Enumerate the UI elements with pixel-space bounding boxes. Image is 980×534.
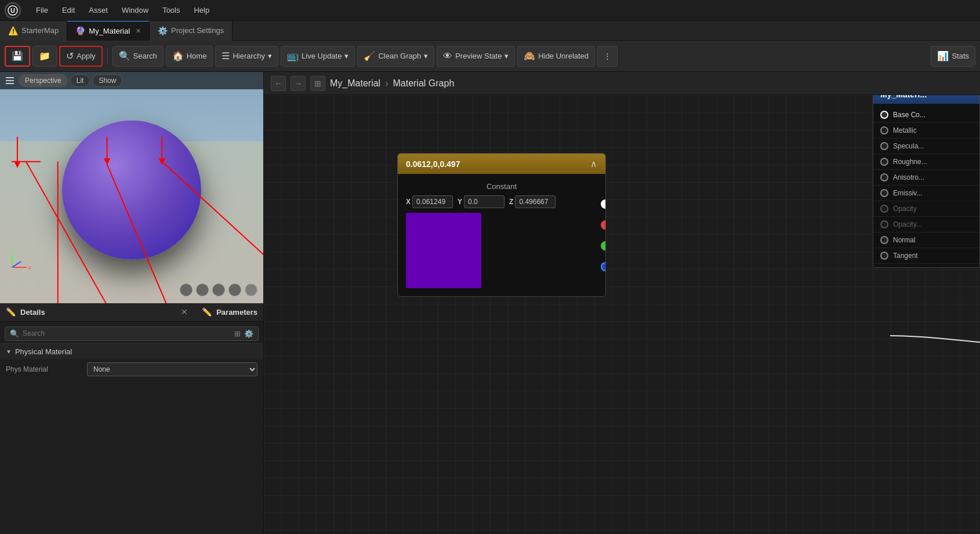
connector-green[interactable] (601, 241, 606, 250)
mat-input-opacity2: Opacity... (873, 217, 979, 233)
fit-view-button[interactable]: ⊞ (310, 76, 325, 91)
node-header[interactable]: 0.0612,0,0.497 ∧ (398, 154, 605, 174)
viewport-sphere-btn-3[interactable] (212, 284, 225, 296)
clean-graph-button[interactable]: 🧹 Clean Graph ▾ (357, 46, 434, 67)
hierarchy-label: Hierarchy (233, 52, 265, 60)
back-button[interactable]: ← (271, 76, 286, 91)
details-panel-header: ✏️ Details ✕ ✏️ Parameters (0, 303, 263, 322)
my-material-node[interactable]: My_Materi... Base Co... Metallic Specula… (873, 95, 980, 268)
graph-canvas[interactable]: 0.0612,0,0.497 ∧ Constant X Y (264, 95, 980, 534)
emissive-connector[interactable] (880, 189, 888, 197)
save-icon: 💾 (12, 50, 23, 61)
menu-help[interactable]: Help (188, 4, 215, 16)
hide-unrelated-label: Hide Unrelated (538, 52, 589, 60)
lit-button[interactable]: Lit (70, 74, 90, 87)
mat-input-tangent: Tangent (873, 248, 979, 264)
apply-label: Apply (77, 52, 96, 60)
search-button[interactable]: 🔍 Search (112, 46, 164, 67)
viewport-sphere-btn-4[interactable] (228, 284, 241, 296)
node-inputs: X Y Z (406, 195, 597, 208)
connector-blue[interactable] (601, 262, 606, 271)
separator-1 (107, 48, 108, 64)
preview-state-button[interactable]: 👁 Preview State ▾ (437, 46, 515, 67)
folder-button[interactable]: 📁 (32, 46, 57, 67)
viewport-bottom-controls (180, 284, 257, 296)
hide-unrelated-button[interactable]: 🙈 Hide Unrelated (517, 46, 595, 67)
metallic-connector[interactable] (880, 126, 888, 135)
live-update-button[interactable]: 📺 Live Update ▾ (281, 46, 355, 67)
project-settings-icon: ⚙️ (158, 26, 168, 35)
menu-tools[interactable]: Tools (157, 4, 186, 16)
perspective-button[interactable]: Perspective (19, 74, 68, 87)
viewport-sphere-btn-1[interactable] (180, 284, 193, 296)
stats-button[interactable]: 📊 Stats (931, 46, 975, 67)
normal-connector[interactable] (880, 236, 888, 244)
y-label: Y (458, 198, 462, 206)
mat-input-opacity: Opacity (873, 201, 979, 217)
settings-icon[interactable]: ⚙️ (244, 329, 253, 338)
hierarchy-icon: ☰ (222, 50, 230, 61)
tab-my-material[interactable]: 🔮 My_Material ✕ (67, 21, 150, 41)
breadcrumb-my-material[interactable]: My_Material (330, 78, 380, 89)
starter-map-icon: ⚠️ (8, 26, 18, 35)
metallic-label: Metallic (893, 126, 917, 135)
specular-connector[interactable] (880, 142, 888, 150)
svg-text:U: U (10, 7, 15, 14)
tab-starter-map[interactable]: ⚠️ StarterMap (0, 21, 67, 41)
physical-material-section[interactable]: ▼ Physical Material (0, 343, 263, 359)
live-update-icon: 📺 (287, 50, 299, 61)
tab-close-button[interactable]: ✕ (136, 27, 141, 35)
menu-edit[interactable]: Edit (56, 4, 81, 16)
viewport-sphere-btn-2[interactable] (196, 284, 209, 296)
svg-text:Y: Y (10, 250, 14, 255)
more-options-button[interactable]: ⋮ (597, 46, 618, 67)
phys-material-select[interactable]: None (87, 362, 257, 376)
menu-asset[interactable]: Asset (83, 4, 114, 16)
details-close-button[interactable]: ✕ (181, 307, 188, 317)
menu-window[interactable]: Window (116, 4, 154, 16)
hierarchy-button[interactable]: ☰ Hierarchy ▾ (215, 46, 278, 67)
opacity-connector[interactable] (880, 205, 888, 213)
tab-bar: ⚠️ StarterMap 🔮 My_Material ✕ ⚙️ Project… (0, 21, 980, 41)
node-collapse-button[interactable]: ∧ (590, 158, 597, 169)
tangent-connector[interactable] (880, 252, 888, 260)
home-button[interactable]: 🏠 Home (166, 46, 213, 67)
y-value-field[interactable] (464, 195, 504, 208)
color-swatch[interactable] (406, 213, 481, 288)
viewport-sphere-btn-5[interactable] (245, 284, 257, 296)
hide-unrelated-icon: 🙈 (524, 50, 535, 61)
breadcrumb: My_Material › Material Graph (330, 78, 454, 89)
preview-state-label: Preview State (455, 52, 502, 60)
app-logo: U (5, 2, 21, 19)
show-button[interactable]: Show (92, 74, 122, 87)
base-color-label: Base Co... (893, 111, 925, 119)
live-update-label: Live Update (302, 52, 342, 60)
mat-input-normal: Normal (873, 233, 979, 248)
viewport-area[interactable]: Perspective Lit Show (0, 72, 263, 303)
menu-file[interactable]: File (30, 4, 54, 16)
connector-white[interactable] (601, 199, 606, 209)
viewport-menu-button[interactable] (3, 74, 16, 87)
base-color-connector[interactable] (880, 111, 888, 119)
breadcrumb-material-graph: Material Graph (393, 78, 454, 89)
opacity2-label: Opacity... (893, 220, 922, 228)
tab-project-settings[interactable]: ⚙️ Project Settings (150, 21, 233, 41)
folder-icon: 📁 (39, 50, 50, 61)
opacity2-connector[interactable] (880, 220, 888, 228)
roughness-connector[interactable] (880, 158, 888, 166)
apply-button[interactable]: ↺ Apply (59, 46, 103, 67)
details-search-bar[interactable]: 🔍 ⊞ ⚙️ (5, 326, 259, 341)
grid-view-icon[interactable]: ⊞ (234, 329, 241, 338)
x-label: X (406, 198, 411, 206)
connector-red[interactable] (601, 220, 606, 230)
z-value-field[interactable] (515, 195, 556, 208)
x-value-field[interactable] (412, 195, 453, 208)
phys-material-row: Phys Material None (0, 359, 263, 380)
parameters-pencil-icon: ✏️ (202, 307, 212, 317)
graph-panel: ← → ⊞ My_Material › Material Graph 0.061… (264, 72, 980, 534)
details-search-input[interactable] (23, 329, 231, 337)
forward-button[interactable]: → (291, 76, 306, 91)
anisotropy-connector[interactable] (880, 173, 888, 181)
save-button[interactable]: 💾 (5, 46, 30, 67)
constant-vector-node[interactable]: 0.0612,0,0.497 ∧ Constant X Y (397, 153, 606, 297)
